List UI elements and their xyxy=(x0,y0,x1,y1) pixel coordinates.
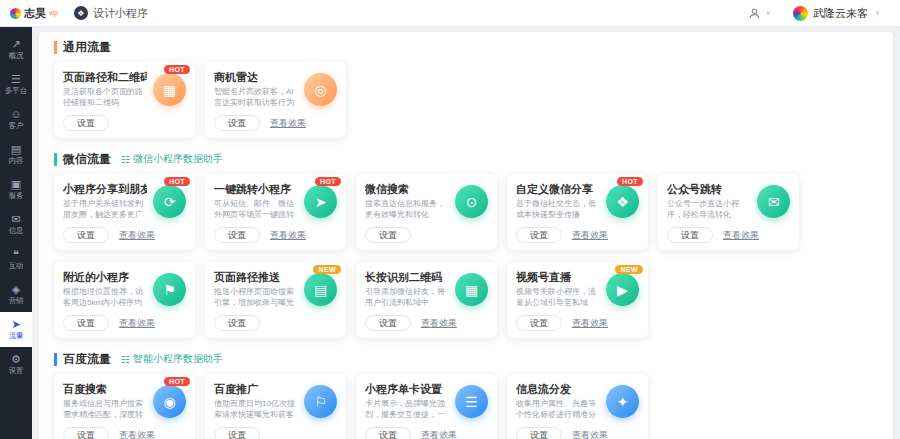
view-effect-link[interactable]: 查看效果 xyxy=(723,229,759,242)
card-footer: 设置 查看效果 xyxy=(365,315,488,331)
feature-card: HOT 百度搜索 服务或信息与用户搜索需求精准匹配，深度转化用户 ◉ 设置 查看… xyxy=(54,374,195,439)
view-effect-link[interactable]: 查看效果 xyxy=(421,317,457,330)
data-assistant-link[interactable]: ☷ 智能小程序数据助手 xyxy=(121,352,223,366)
card-main: 百度搜索 服务或信息与用户搜索需求精准匹配，深度转化用户 ◉ xyxy=(63,383,186,425)
user-menu[interactable]: ∨ xyxy=(748,7,771,20)
card-main: 微信搜索 搜索直达信息和服务，更有效曝光和转化 ⊙ xyxy=(365,183,488,225)
card-grid: HOT 页面路径和二维码 灵活获取各个页面的路径链接和二维码 ▦ 设置 商机雷达… xyxy=(54,62,878,138)
card-description: 智能名片高效获客，AI雷达实时获取访客行为轨迹 xyxy=(214,87,298,108)
view-effect-link[interactable]: 查看效果 xyxy=(119,317,155,330)
setup-button[interactable]: 设置 xyxy=(214,315,260,331)
status-badge: HOT xyxy=(164,65,190,74)
status-badge: HOT xyxy=(315,177,341,186)
card-footer: 设置 查看效果 xyxy=(516,315,639,331)
feature-card: NEW 页面路径推送 推送小程序页面给搜索引擎，增加收录与曝光机会 ▤ 设置 xyxy=(205,262,346,338)
card-footer: 设置 查看效果 xyxy=(667,227,790,243)
view-effect-link[interactable]: 查看效果 xyxy=(270,117,306,130)
card-info: 百度搜索 服务或信息与用户搜索需求精准匹配，深度转化用户 xyxy=(63,383,147,425)
data-assistant-label: 微信小程序数据助手 xyxy=(133,152,223,166)
sidebar-item-interaction[interactable]: ❝ 互动 xyxy=(0,242,32,277)
sidebar-item-platforms[interactable]: ☰ 多平台 xyxy=(0,67,32,102)
wechat-search-icon: ⊙ xyxy=(455,185,488,218)
setup-button[interactable]: 设置 xyxy=(516,315,562,331)
card-description: 视频号关联小程序，流量从公域引导至私域 xyxy=(516,287,600,308)
topbar-right: ∨ 武隆云来客 ∨ xyxy=(748,6,890,21)
custom-share-icon: ❖ xyxy=(606,185,639,218)
feature-card: 微信搜索 搜索直达信息和服务，更有效曝光和转化 ⊙ 设置 xyxy=(356,174,497,250)
card-footer: 设置 查看效果 xyxy=(214,115,337,131)
setup-button[interactable]: 设置 xyxy=(63,115,109,131)
view-effect-link[interactable]: 查看效果 xyxy=(119,229,155,242)
sidebar-item-label: 内容 xyxy=(9,156,24,164)
status-badge: HOT xyxy=(164,377,190,386)
setup-button[interactable]: 设置 xyxy=(365,427,411,439)
sidebar-item-services[interactable]: ▣ 服务 xyxy=(0,172,32,207)
card-main: 百度推广 借助百度日均10亿次搜索请求快速曝光和获客 ⚐ xyxy=(214,383,337,425)
card-description: 灵活获取各个页面的路径链接和二维码 xyxy=(63,87,147,108)
view-effect-link[interactable]: 查看效果 xyxy=(572,229,608,242)
feature-card: 信息流分发 收集用户属性、兴趣等个性化标签进行精准分发 ✦ 设置 查看效果 xyxy=(507,374,648,439)
view-effect-link[interactable]: 查看效果 xyxy=(119,429,155,439)
data-assistant-link[interactable]: ☷ 微信小程序数据助手 xyxy=(121,152,223,166)
sidebar-item-overview[interactable]: ↗ 概况 xyxy=(0,32,32,67)
view-effect-link[interactable]: 查看效果 xyxy=(270,229,306,242)
section-title: 通用流量 xyxy=(54,41,111,54)
sidebar-item-customers[interactable]: ☺ 客户 xyxy=(0,102,32,137)
sidebar-item-messages[interactable]: ✉ 信息 xyxy=(0,207,32,242)
card-description: 收集用户属性、兴趣等个性化标签进行精准分发 xyxy=(516,399,600,420)
page-title: 设计小程序 xyxy=(93,6,148,21)
one-key-jump-icon: ➤ xyxy=(304,185,337,218)
setup-button[interactable]: 设置 xyxy=(365,227,411,243)
setup-button[interactable]: 设置 xyxy=(516,227,562,243)
card-title: 小程序单卡设置 xyxy=(365,383,449,396)
setup-button[interactable]: 设置 xyxy=(63,427,109,439)
brand-logo-icon xyxy=(10,8,21,19)
sidebar-item-label: 服务 xyxy=(9,191,24,199)
setup-button[interactable]: 设置 xyxy=(667,227,713,243)
chevron-down-icon: ∨ xyxy=(875,9,880,17)
interaction-icon: ❝ xyxy=(13,248,19,260)
card-info: 自定义微信分享 基于微信社交生态，低成本快速裂变传播 xyxy=(516,183,600,225)
setup-button[interactable]: 设置 xyxy=(63,227,109,243)
marketing-icon: ◈ xyxy=(12,283,20,295)
setup-button[interactable]: 设置 xyxy=(214,427,260,439)
brand-logo[interactable]: 志昊 vip xyxy=(10,6,58,21)
feature-card: 附近的小程序 根据地理位置推荐，访客周边5km内小程序均可展示 ⚑ 设置 查看效… xyxy=(54,262,195,338)
feature-card: 小程序单卡设置 卡片展示，品牌曝光强烈，服务交互便捷，一搜直达 ☰ 设置 查看效… xyxy=(356,374,497,439)
view-effect-link[interactable]: 查看效果 xyxy=(572,429,608,439)
view-effect-link[interactable]: 查看效果 xyxy=(421,429,457,439)
view-effect-link[interactable]: 查看效果 xyxy=(572,317,608,330)
qrcode-scan-icon: ▦ xyxy=(455,273,488,306)
feature-card: HOT 自定义微信分享 基于微信社交生态，低成本快速裂变传播 ❖ 设置 查看效果 xyxy=(507,174,648,250)
setup-button[interactable]: 设置 xyxy=(365,315,411,331)
setup-button[interactable]: 设置 xyxy=(214,115,260,131)
card-main: 商机雷达 智能名片高效获客，AI雷达实时获取访客行为轨迹 ◎ xyxy=(214,71,337,113)
setup-button[interactable]: 设置 xyxy=(214,227,260,243)
card-main: 自定义微信分享 基于微信社交生态，低成本快速裂变传播 ❖ xyxy=(516,183,639,225)
setup-button[interactable]: 设置 xyxy=(516,427,562,439)
user-icon xyxy=(748,7,761,20)
sidebar-item-traffic[interactable]: ➤ 流量 xyxy=(0,312,32,347)
sidebar-item-marketing[interactable]: ◈ 营销 xyxy=(0,277,32,312)
card-info: 商机雷达 智能名片高效获客，AI雷达实时获取访客行为轨迹 xyxy=(214,71,298,113)
sidebar-item-content[interactable]: ▤ 内容 xyxy=(0,137,32,172)
card-description: 可从短信、邮件、微信外网页等场景一键跳转至小程序 xyxy=(214,199,298,220)
setup-button[interactable]: 设置 xyxy=(63,315,109,331)
feed-distribute-icon: ✦ xyxy=(606,385,639,418)
card-description: 基于微信社交生态，低成本快速裂变传播 xyxy=(516,199,600,220)
card-grid: HOT 小程序分享到朋友圈 基于用户关系链转发到朋友圈，触达更多更广客户 ⟳ 设… xyxy=(54,174,878,338)
card-info: 微信搜索 搜索直达信息和服务，更有效曝光和转化 xyxy=(365,183,449,225)
card-info: 小程序单卡设置 卡片展示，品牌曝光强烈，服务交互便捷，一搜直达 xyxy=(365,383,449,425)
sidebar-item-label: 流量 xyxy=(9,331,24,339)
sidebar-item-settings[interactable]: ⚙ 设置 xyxy=(0,347,32,382)
card-info: 视频号直播 视频号关联小程序，流量从公域引导至私域 xyxy=(516,271,600,313)
section-header: 百度流量 ☷ 智能小程序数据助手 xyxy=(54,352,878,366)
status-badge: NEW xyxy=(313,265,341,274)
brand-logo-text: 志昊 xyxy=(24,6,46,21)
baidu-search-icon: ◉ xyxy=(153,385,186,418)
account-menu[interactable]: 武隆云来客 ∨ xyxy=(793,6,880,21)
card-footer: 设置 xyxy=(63,115,186,131)
card-title: 视频号直播 xyxy=(516,271,600,284)
card-title: 百度推广 xyxy=(214,383,298,396)
card-title: 页面路径和二维码 xyxy=(63,71,147,84)
